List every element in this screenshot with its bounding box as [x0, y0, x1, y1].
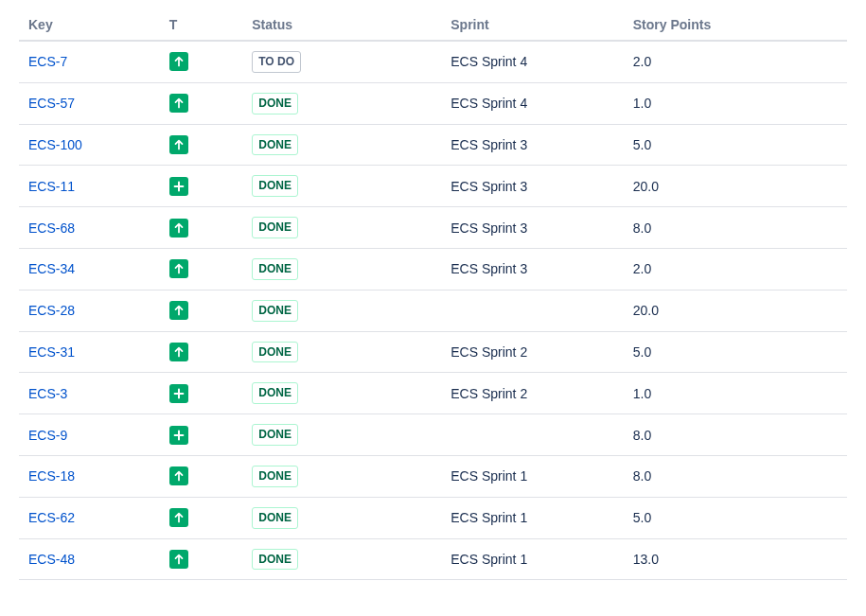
sprint-cell [441, 414, 624, 456]
table-header-row: Key T Status Sprint Story Points [19, 9, 847, 41]
status-badge: DONE [252, 300, 298, 322]
status-badge: DONE [252, 93, 298, 114]
plus-icon [169, 177, 188, 196]
sprint-cell: ECS Sprint 4 [441, 82, 624, 124]
column-header-key[interactable]: Key [19, 9, 160, 41]
story-points-cell: 20.0 [624, 166, 847, 207]
table-row: ECS-34DONEECS Sprint 32.0 [19, 248, 847, 290]
table-row: ECS-100DONEECS Sprint 35.0 [19, 124, 847, 166]
table-row: ECS-57DONEECS Sprint 41.0 [19, 82, 847, 124]
plus-icon [169, 426, 188, 445]
status-badge: DONE [252, 466, 298, 487]
sprint-cell: ECS Sprint 1 [441, 497, 624, 538]
arrow-up-icon [169, 135, 188, 154]
column-header-status[interactable]: Status [242, 9, 441, 41]
status-badge: DONE [252, 134, 298, 156]
issues-table: Key T Status Sprint Story Points ECS-7TO… [19, 9, 847, 580]
table-row: ECS-3DONEECS Sprint 21.0 [19, 373, 847, 414]
sprint-cell: ECS Sprint 4 [441, 41, 624, 82]
issue-key-link[interactable]: ECS-3 [28, 386, 67, 401]
story-points-cell: 8.0 [624, 414, 847, 456]
table-row: ECS-7TO DOECS Sprint 42.0 [19, 41, 847, 82]
arrow-up-icon [169, 52, 188, 71]
issue-key-link[interactable]: ECS-57 [28, 96, 75, 111]
column-header-sprint[interactable]: Sprint [441, 9, 624, 41]
story-points-cell: 1.0 [624, 373, 847, 414]
sprint-cell: ECS Sprint 2 [441, 331, 624, 373]
table-row: ECS-28DONE20.0 [19, 290, 847, 331]
status-badge: DONE [252, 549, 298, 571]
arrow-up-icon [169, 550, 188, 569]
issue-key-link[interactable]: ECS-7 [28, 54, 67, 69]
arrow-up-icon [169, 343, 188, 361]
issue-key-link[interactable]: ECS-62 [28, 510, 75, 525]
plus-icon [169, 384, 188, 403]
story-points-cell: 2.0 [624, 41, 847, 82]
table-row: ECS-9DONE8.0 [19, 414, 847, 456]
issue-key-link[interactable]: ECS-68 [28, 220, 75, 236]
arrow-up-icon [169, 508, 188, 527]
status-badge: TO DO [252, 51, 301, 73]
table-row: ECS-11DONEECS Sprint 320.0 [19, 166, 847, 207]
arrow-up-icon [169, 466, 188, 485]
story-points-cell: 5.0 [624, 331, 847, 373]
status-badge: DONE [252, 258, 298, 280]
table-row: ECS-68DONEECS Sprint 38.0 [19, 207, 847, 249]
issue-key-link[interactable]: ECS-11 [28, 179, 75, 194]
issue-key-link[interactable]: ECS-34 [28, 261, 75, 276]
issue-key-link[interactable]: ECS-18 [28, 468, 75, 484]
issue-key-link[interactable]: ECS-31 [28, 344, 75, 360]
sprint-cell: ECS Sprint 1 [441, 455, 624, 497]
sprint-cell: ECS Sprint 2 [441, 373, 624, 414]
story-points-cell: 2.0 [624, 248, 847, 290]
sprint-cell: ECS Sprint 3 [441, 207, 624, 249]
arrow-up-icon [169, 94, 188, 113]
table-row: ECS-18DONEECS Sprint 18.0 [19, 455, 847, 497]
arrow-up-icon [169, 301, 188, 320]
status-badge: DONE [252, 382, 298, 404]
status-badge: DONE [252, 424, 298, 446]
table-row: ECS-48DONEECS Sprint 113.0 [19, 538, 847, 580]
table-row: ECS-62DONEECS Sprint 15.0 [19, 497, 847, 538]
issue-key-link[interactable]: ECS-9 [28, 428, 67, 443]
sprint-cell: ECS Sprint 3 [441, 124, 624, 166]
sprint-cell [441, 290, 624, 331]
arrow-up-icon [169, 219, 188, 238]
column-header-type[interactable]: T [160, 9, 243, 41]
story-points-cell: 1.0 [624, 82, 847, 124]
sprint-cell: ECS Sprint 3 [441, 166, 624, 207]
status-badge: DONE [252, 175, 298, 197]
story-points-cell: 13.0 [624, 538, 847, 580]
column-header-story-points[interactable]: Story Points [624, 9, 847, 41]
arrow-up-icon [169, 259, 188, 278]
table-row: ECS-31DONEECS Sprint 25.0 [19, 331, 847, 373]
status-badge: DONE [252, 507, 298, 529]
story-points-cell: 5.0 [624, 497, 847, 538]
issue-key-link[interactable]: ECS-48 [28, 552, 75, 567]
story-points-cell: 8.0 [624, 455, 847, 497]
sprint-cell: ECS Sprint 3 [441, 248, 624, 290]
issue-key-link[interactable]: ECS-100 [28, 137, 82, 152]
issue-key-link[interactable]: ECS-28 [28, 303, 75, 318]
status-badge: DONE [252, 342, 298, 363]
story-points-cell: 5.0 [624, 124, 847, 166]
sprint-cell: ECS Sprint 1 [441, 538, 624, 580]
story-points-cell: 20.0 [624, 290, 847, 331]
status-badge: DONE [252, 217, 298, 238]
story-points-cell: 8.0 [624, 207, 847, 249]
